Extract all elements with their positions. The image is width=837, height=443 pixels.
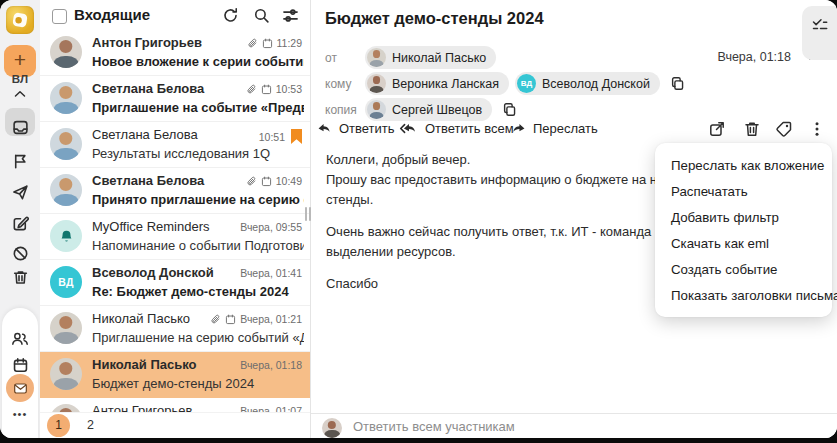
calendar-badge-icon (261, 84, 272, 95)
avatar (50, 404, 82, 412)
row-sender: Всеволод Донской (92, 265, 214, 280)
message-toolbar: Ответить Ответить всем Переслать (311, 119, 837, 145)
sidebar-item-trash[interactable] (0, 262, 40, 292)
select-all-checkbox[interactable] (52, 9, 67, 24)
copy-cc-icon[interactable] (502, 102, 517, 117)
row-subject: Принято приглашение на серию событий «… (92, 192, 304, 207)
attachment-icon (210, 314, 221, 325)
row-time: 11:29 (277, 37, 303, 49)
cc-chip[interactable]: Сергей Швецов (365, 98, 492, 121)
calendar-badge-icon (261, 176, 272, 187)
sidebar-item-inbox[interactable] (0, 112, 40, 142)
bell-icon (59, 229, 74, 244)
row-time: Вчера, 01:21 (240, 313, 302, 325)
list-item[interactable]: Светлана Белова 10:51 Результаты исследо… (40, 122, 310, 168)
list-item[interactable]: Антон Григорьев Вчера, 01:07 (40, 398, 310, 412)
tasks-panel-tab[interactable] (802, 6, 837, 60)
row-sender: MyOffice Reminders (92, 219, 210, 234)
row-meta: 10:53 (246, 83, 302, 95)
chip-name: Николай Пасько (392, 51, 486, 65)
initials-avatar: ВД (50, 266, 82, 298)
menu-item-add-filter[interactable]: Добавить фильтр (655, 204, 832, 230)
search-icon[interactable] (253, 7, 270, 24)
copy-recipients-icon[interactable] (670, 76, 685, 91)
menu-item-print[interactable]: Распечатать (655, 178, 832, 204)
avatar (367, 48, 386, 67)
flag-icon (12, 153, 29, 170)
to-row: кому Вероника Ланская ВД Всеволод Донско… (325, 72, 685, 95)
list-item[interactable]: Николай Пасько Вчера, 01:21 Приглашение … (40, 306, 310, 352)
chevron-up-icon[interactable] (14, 90, 26, 98)
more-apps-button[interactable]: ••• (0, 408, 40, 420)
attachment-icon (247, 38, 258, 49)
row-meta: 10:51 (259, 129, 302, 144)
calendar-badge-icon (262, 38, 273, 49)
row-time: 10:51 (259, 131, 285, 143)
list-item[interactable]: ВД Всеволод Донской Вчера, 01:41 Re: Бюд… (40, 260, 310, 306)
row-time: Вчера, 09:55 (240, 221, 302, 233)
row-meta: 10:49 (246, 175, 302, 187)
row-time: 10:49 (276, 175, 302, 187)
menu-item-download-eml[interactable]: Скачать как eml (655, 230, 832, 256)
row-subject: Напоминание о событии Подготовить отчет… (92, 238, 304, 253)
row-sender: Антон Григорьев (92, 403, 192, 412)
avatar (50, 36, 82, 68)
row-sender: Светлана Белова (92, 173, 204, 188)
calendar-icon (12, 357, 29, 374)
avatar (50, 82, 82, 114)
row-time: Вчера, 01:41 (240, 267, 302, 279)
row-sender: Николай Пасько (92, 357, 197, 372)
to-chip[interactable]: Вероника Ланская (365, 72, 509, 95)
more-actions-kebab-icon[interactable] (808, 120, 826, 138)
page-1-button[interactable]: 1 (47, 414, 70, 437)
row-time: Вчера, 01:18 (240, 359, 302, 371)
compose-pencil-icon (12, 215, 29, 232)
avatar (367, 100, 386, 119)
myoffice-mail-logo-icon[interactable] (6, 6, 34, 34)
avatar (322, 418, 342, 438)
row-sender: Антон Григорьев (92, 35, 202, 50)
avatar (50, 312, 82, 344)
trash-icon (12, 269, 29, 286)
sidebar-item-flagged[interactable] (0, 146, 40, 176)
row-subject: Новое вложение к серии событий «Аналити… (92, 54, 304, 69)
forward-icon (511, 122, 526, 135)
list-item-selected[interactable]: Николай Пасько Вчера, 01:18 Бюджет демо-… (40, 352, 310, 398)
checklist-icon (811, 16, 829, 34)
mail-active-highlight (6, 374, 34, 402)
sidebar-item-drafts[interactable] (0, 208, 40, 238)
attachment-icon (246, 176, 257, 187)
menu-item-forward-as-attachment[interactable]: Переслать как вложение (655, 152, 832, 178)
menu-item-create-event[interactable]: Создать событие (655, 256, 832, 282)
quick-reply-placeholder: Ответить всем участникам (353, 419, 515, 434)
reply-button[interactable]: Ответить (317, 121, 395, 136)
row-meta: Вчера, 01:41 (240, 267, 302, 279)
app-window: + ВЛ (0, 0, 837, 438)
list-item[interactable]: Светлана Белова 10:53 Приглашение на соб… (40, 76, 310, 122)
filter-settings-icon[interactable] (282, 7, 299, 24)
message-context-menu: Переслать как вложение Распечатать Добав… (655, 143, 832, 317)
app-mail-active[interactable] (0, 376, 40, 406)
forward-button[interactable]: Переслать (511, 121, 598, 136)
reply-all-button[interactable]: Ответить всем (399, 121, 514, 136)
delete-message-icon[interactable] (743, 120, 761, 138)
message-list-panel: Входящие Антон Григорьев 11:29 Новое (40, 0, 311, 438)
refresh-icon[interactable] (222, 7, 239, 24)
list-item[interactable]: Светлана Белова 10:49 Принято приглашени… (40, 168, 310, 214)
avatar (50, 128, 82, 160)
to-chip[interactable]: ВД Всеволод Донской (515, 72, 660, 95)
tag-label-icon[interactable] (775, 120, 793, 138)
row-subject: Результаты исследования 1Q (92, 146, 304, 161)
sidebar-item-sent[interactable] (0, 177, 40, 207)
menu-item-show-headers[interactable]: Показать заголовки письма (655, 282, 832, 308)
user-avatar-initials[interactable]: ВЛ (0, 73, 40, 85)
list-item[interactable]: MyOffice Reminders Вчера, 09:55 Напомина… (40, 214, 310, 260)
row-subject: Приглашение на событие «Предварительно… (92, 100, 304, 115)
list-item[interactable]: Антон Григорьев 11:29 Новое вложение к с… (40, 30, 310, 76)
row-time: 10:53 (276, 83, 302, 95)
from-chip[interactable]: Николай Пасько (365, 46, 496, 69)
panel-resize-handle[interactable] (305, 207, 313, 221)
quick-reply-bar[interactable]: Ответить всем участникам (311, 413, 837, 438)
page-2-button[interactable]: 2 (87, 418, 94, 432)
open-in-new-window-icon[interactable] (708, 120, 726, 138)
